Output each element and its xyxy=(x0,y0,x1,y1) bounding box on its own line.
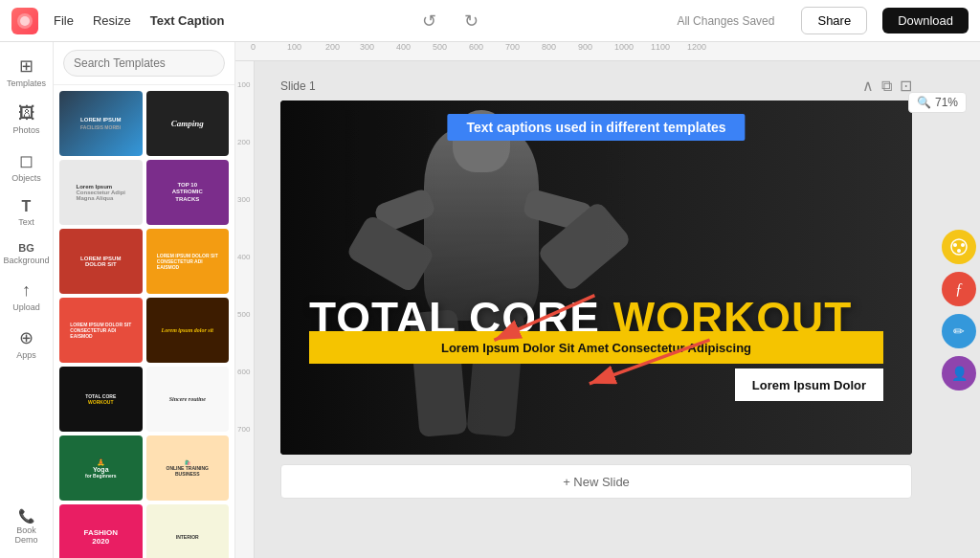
slide-nav-up[interactable]: ∧ xyxy=(862,77,874,95)
ruler-marks: 0 100 200 300 400 500 600 700 800 900 10… xyxy=(251,42,980,61)
objects-label: Objects xyxy=(11,173,41,183)
search-input[interactable] xyxy=(63,50,225,77)
action-edit[interactable]: ✏ xyxy=(942,314,976,348)
topbar: File Resize Text Caption ↺ ↻ All Changes… xyxy=(0,0,980,42)
menu-file[interactable]: File xyxy=(54,13,74,28)
topbar-menu: File Resize Text Caption xyxy=(54,13,224,28)
background-label: Background xyxy=(3,256,49,265)
icon-bar: ⊞ Templates 🖼 Photos ◻ Objects T Text BG… xyxy=(0,42,54,558)
slide-copy[interactable]: ⧉ xyxy=(881,77,892,95)
template-thumb-10[interactable]: Sincere routine xyxy=(146,367,230,432)
apps-label: Apps xyxy=(16,350,36,360)
new-slide-button[interactable]: + New Slide xyxy=(280,464,912,499)
svg-point-8 xyxy=(961,243,965,247)
objects-icon: ◻ xyxy=(19,150,33,171)
svg-point-7 xyxy=(953,243,957,247)
template-thumb-13[interactable]: FASHION 2020 xyxy=(59,504,143,558)
template-thumb-11[interactable]: 🧘 Yoga for Beginners xyxy=(59,435,143,501)
undo-button[interactable]: ↺ xyxy=(416,8,443,34)
bookdemo-icon: 📞 xyxy=(18,508,34,524)
sidebar-item-photos[interactable]: 🖼 Photos xyxy=(4,98,50,141)
save-status: All Changes Saved xyxy=(677,14,774,28)
action-palette[interactable] xyxy=(942,230,976,264)
action-font[interactable]: ƒ xyxy=(942,272,976,306)
slide-label: Slide 1 xyxy=(280,79,316,93)
template-thumb-4[interactable]: TOP 10ASTROMICTRACKS xyxy=(146,160,230,225)
text-icon: T xyxy=(22,198,32,215)
templates-label: Templates xyxy=(7,78,46,88)
vertical-ruler: 100 200 300 400 500 600 700 xyxy=(235,61,255,558)
template-grid: LOREM IPSUM FACILISIS MORBI Camping Lore… xyxy=(54,85,234,558)
arrow-2 xyxy=(568,328,721,395)
canvas-area: 0 100 200 300 400 500 600 700 800 900 10… xyxy=(235,42,980,558)
right-action-bar: ƒ ✏ 👤 xyxy=(938,61,980,558)
menu-textcaption[interactable]: Text Caption xyxy=(150,13,225,28)
photos-icon: 🖼 xyxy=(18,103,35,123)
template-thumb-2[interactable]: Camping xyxy=(146,91,230,156)
download-button[interactable]: Download xyxy=(882,8,969,33)
sidebar-item-bookdemo[interactable]: 📞 Book Demo xyxy=(4,502,50,550)
svg-line-5 xyxy=(590,340,710,384)
photos-label: Photos xyxy=(12,125,39,135)
zoom-icon: 🔍 xyxy=(917,96,931,109)
background-icon: BG xyxy=(18,242,34,254)
template-thumb-7[interactable]: LOREM IPSUM DOLOR SIT CONSECTETUR ADI EA… xyxy=(59,298,143,363)
template-panel: LOREM IPSUM FACILISIS MORBI Camping Lore… xyxy=(54,42,235,558)
slide-title-banner: Text captions used in different template… xyxy=(447,114,745,141)
app-logo[interactable] xyxy=(11,8,38,34)
bookdemo-label: Book Demo xyxy=(8,525,46,545)
action-social[interactable]: 👤 xyxy=(942,356,976,391)
upload-icon: ↑ xyxy=(22,280,31,301)
svg-point-1 xyxy=(20,16,30,26)
zoom-indicator[interactable]: 🔍 71% xyxy=(908,92,967,113)
sidebar-item-objects[interactable]: ◻ Objects xyxy=(4,145,50,189)
template-thumb-1[interactable]: LOREM IPSUM FACILISIS MORBI xyxy=(59,91,143,156)
svg-point-9 xyxy=(957,249,961,253)
template-thumb-3[interactable]: Lorem Ipsum Consectetur Adipi Magna Aliq… xyxy=(59,160,143,225)
horizontal-ruler: 0 100 200 300 400 500 600 700 800 900 10… xyxy=(235,42,980,61)
sidebar-item-apps[interactable]: ⊕ Apps xyxy=(4,322,50,366)
caption-white-text: Lorem Ipsum Dolor xyxy=(752,378,866,392)
template-thumb-12[interactable]: 🛍️ ONLINE TRAINING BUSINESS xyxy=(146,435,230,501)
canvas-scroll[interactable]: Slide 1 ∧ ⧉ ⊡ xyxy=(255,61,938,558)
sidebar-item-templates[interactable]: ⊞ Templates xyxy=(4,50,50,94)
sidebar-item-upload[interactable]: ↑ Upload xyxy=(4,275,50,318)
sidebar-item-text[interactable]: T Text xyxy=(4,192,50,233)
sidebar-item-background[interactable]: BG Background xyxy=(4,236,50,271)
topbar-center: ↺ ↻ xyxy=(239,8,661,34)
slide-controls: ∧ ⧉ ⊡ xyxy=(862,77,912,95)
zoom-value: 71% xyxy=(935,96,958,109)
template-search-area xyxy=(54,42,234,85)
menu-resize[interactable]: Resize xyxy=(93,13,131,28)
templates-icon: ⊞ xyxy=(19,56,33,77)
template-thumb-9[interactable]: TOTAL CORE WORKOUT xyxy=(59,367,143,432)
upload-label: Upload xyxy=(12,302,40,312)
share-button[interactable]: Share xyxy=(801,7,867,34)
template-thumb-14[interactable]: INTERIOR xyxy=(146,504,230,558)
template-thumb-5[interactable]: LOREM IPSUM DOLOR SIT xyxy=(59,229,143,294)
template-thumb-8[interactable]: Lorem ipsum dolor sit xyxy=(146,298,230,363)
template-thumb-6[interactable]: LOREM IPSUM DOLOR SIT CONSECTETUR ADI EA… xyxy=(146,229,230,294)
redo-button[interactable]: ↻ xyxy=(458,8,485,34)
text-label: Text xyxy=(18,217,34,227)
apps-icon: ⊕ xyxy=(19,327,33,348)
main-area: ⊞ Templates 🖼 Photos ◻ Objects T Text BG… xyxy=(0,42,980,558)
slide-canvas[interactable]: Text captions used in different template… xyxy=(280,100,912,455)
slide-label-row: Slide 1 ∧ ⧉ ⊡ xyxy=(280,77,912,95)
caption-white-box[interactable]: Lorem Ipsum Dolor xyxy=(735,368,883,401)
